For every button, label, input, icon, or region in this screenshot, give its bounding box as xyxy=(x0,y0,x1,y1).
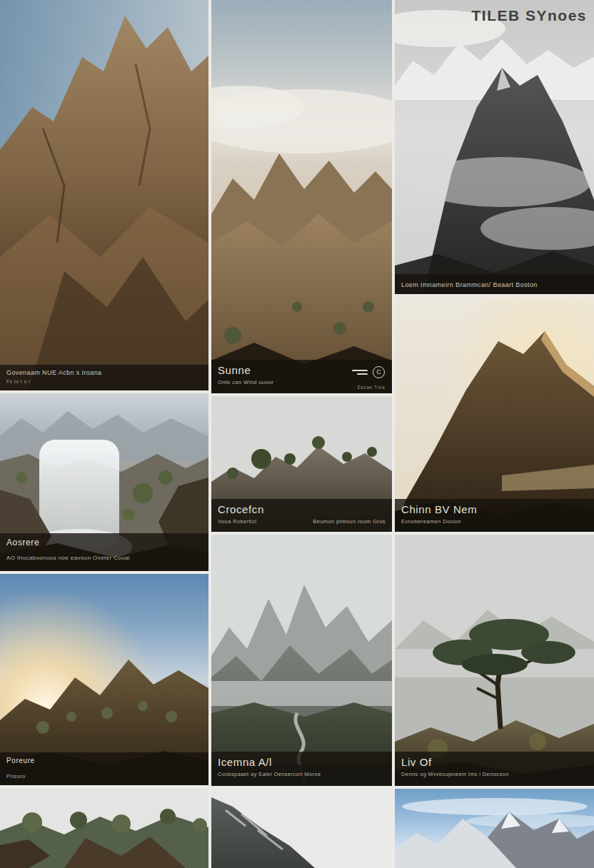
photo-title: Icemna A/l xyxy=(218,756,386,768)
gallery-tile-misty-peaks[interactable]: Icemna A/l Cockspaaet ay Ealel Oensercon… xyxy=(211,535,392,786)
photo-pale-ridge xyxy=(211,789,392,868)
lines-icon[interactable] xyxy=(352,370,368,375)
photo-misty-peaks xyxy=(211,535,392,786)
photo-meta: Eeuae Trea xyxy=(357,385,385,390)
photo-subtitle: Cockspaaet ay Ealel Oensercon Moroe xyxy=(218,771,386,777)
photo-title: Chinn BV Nem xyxy=(401,503,588,515)
photo-subtitle-right: Beumon phboun room Gros xyxy=(313,518,386,525)
gallery-tile-waterfall[interactable]: Aosrere AO thucaboonuos noe eavoun Oxete… xyxy=(0,393,208,571)
caption-bar: Sunne Onte can Wind ounor C Eeuae Trea xyxy=(211,360,392,393)
photo-title: Poreure xyxy=(6,757,202,764)
photo-title: Liv Of xyxy=(401,756,588,768)
photo-subtitle: Ecnobereamen Docion xyxy=(401,518,588,525)
photo-dark-peak-lake xyxy=(395,297,594,532)
photo-snowy-range xyxy=(395,789,594,868)
photo-bw-mountain xyxy=(395,0,594,294)
gallery-tile-bw-mountain[interactable]: TILEB SYnoes Loem Imnameirn Brammcan/ Be… xyxy=(395,0,594,294)
gallery-tile-sunrise-ridge[interactable]: Poreure Prisoro xyxy=(0,574,208,785)
caption-bar: Aosrere AO thucaboonuos noe eavoun Oxete… xyxy=(0,533,208,571)
gallery-tile-cloudy-valley[interactable]: Sunne Onte can Wind ounor C Eeuae Trea xyxy=(211,0,392,393)
photo-caption: Loem Imnameirn Brammcan/ Beaart Boston xyxy=(401,281,538,288)
caption-bar: Loem Imnameirn Brammcan/ Beaart Boston xyxy=(395,274,594,294)
photo-rocky-cliff xyxy=(0,0,208,390)
gallery-tile-rocky-cliff[interactable]: Govenaam NUE Acbn s Iroana Fs to t o r xyxy=(0,0,208,390)
photo-subtitle: AO thucaboonuos noe eavoun Oxeter Coual xyxy=(6,555,202,561)
caption-bar: Icemna A/l Cockspaaet ay Ealel Oensercon… xyxy=(211,752,392,786)
caption-bar: Liv Of Denns og Mvveoupneem lms i Denocs… xyxy=(395,752,594,786)
photo-title: Crocefcn xyxy=(218,503,386,515)
collage-headline: TILEB SYnoes xyxy=(471,7,587,24)
photo-title: Aosrere xyxy=(6,538,202,547)
copyright-icon[interactable]: C xyxy=(373,366,385,378)
caption-bar: Crocefcn Voua Roberfici Beumon phboun ro… xyxy=(211,499,392,532)
gallery-tile-stony-ridge[interactable]: Crocefcn Voua Roberfici Beumon phboun ro… xyxy=(211,396,392,532)
photo-subtitle-left: Voua Roberfici xyxy=(218,518,256,525)
gallery-tile-dark-peak-lake[interactable]: Chinn BV Nem Ecnobereamen Docion xyxy=(395,297,594,532)
gallery-tile-pale-ridge[interactable] xyxy=(211,789,392,868)
photo-subtitle: Denns og Mvveoupneem lms i Denocson xyxy=(401,771,588,777)
caption-subrow: Voua Roberfici Beumon phboun room Gros xyxy=(218,518,386,525)
photo-scrub-hillside xyxy=(0,788,208,868)
photo-caption: Govenaam NUE Acbn s Iroana xyxy=(6,369,202,376)
photo-subcaption: Fs to t o r xyxy=(6,379,202,384)
photo-subtitle: Prisoro xyxy=(6,773,202,779)
caption-icons: C xyxy=(352,366,385,378)
caption-bar: Chinn BV Nem Ecnobereamen Docion xyxy=(395,499,594,532)
gallery-tile-lone-tree[interactable]: Liv Of Denns og Mvveoupneem lms i Denocs… xyxy=(395,535,594,786)
gallery-tile-snowy-range[interactable] xyxy=(395,789,594,868)
gallery-tile-scrub-hillside[interactable] xyxy=(0,788,208,868)
photo-cloudy-valley xyxy=(211,0,392,393)
caption-bar: Poreure Prisoro xyxy=(0,752,208,785)
caption-bar: Govenaam NUE Acbn s Iroana Fs to t o r xyxy=(0,365,208,390)
photo-lone-tree xyxy=(395,535,594,786)
